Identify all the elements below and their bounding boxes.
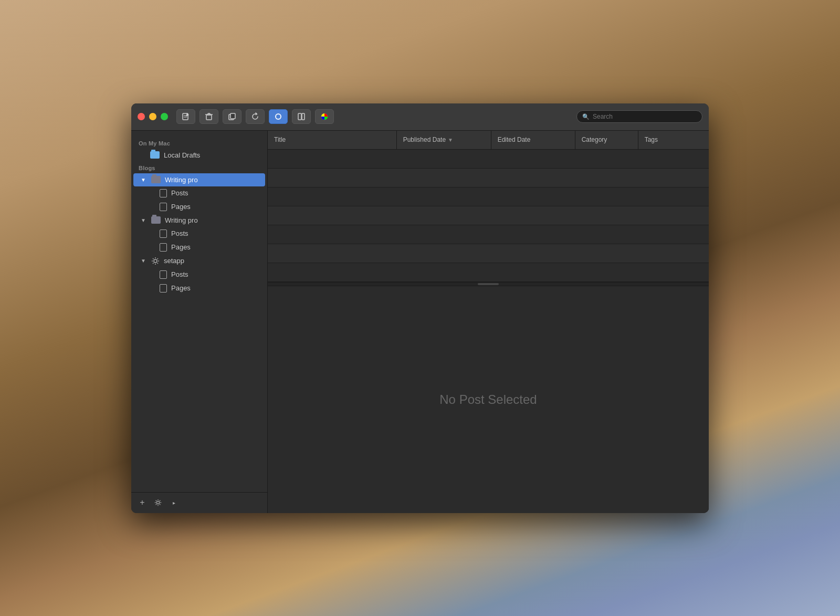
sidebar: On My Mac Local Drafts Blogs ▼ Writing p… [131,131,268,513]
posts-3-label: Posts [171,270,258,278]
sidebar-item-writing-pro-2[interactable]: ▼ Writing pro [133,214,265,227]
doc-icon-4 [160,270,167,279]
minimize-button[interactable] [149,113,156,120]
table-row[interactable] [268,225,709,244]
search-bar[interactable]: 🔍 [576,110,702,123]
add-button[interactable]: + [135,497,149,508]
section-label-on-my-mac: On My Mac [131,137,267,149]
resize-handle[interactable] [478,283,499,285]
section-label-blogs: Blogs [131,162,267,173]
svg-rect-3 [206,115,212,120]
refresh-button[interactable] [246,109,265,124]
no-post-label: No Post Selected [439,392,537,407]
pages-1-label: Pages [171,203,258,211]
sidebar-item-posts-1[interactable]: Posts [133,186,265,200]
writing-pro-1-label: Writing pro [165,176,258,184]
delete-button[interactable] [200,109,218,124]
table-row[interactable] [268,150,709,169]
doc-icon-3 [160,243,167,252]
table-header: Title Published Date ▼ Edited Date Categ… [268,131,709,150]
col-tags[interactable]: Tags [638,131,709,149]
doc-icon [160,203,167,211]
writing-pro-2-label: Writing pro [165,216,258,224]
traffic-lights [138,113,168,120]
col-published-date[interactable]: Published Date ▼ [397,131,491,149]
app-window: 🔍 On My Mac Local Drafts Blogs ▼ W [131,103,709,513]
gear-settings-button[interactable] [151,497,165,508]
setapp-label: setapp [164,257,258,265]
sidebar-item-pages-1[interactable]: Pages [133,200,265,214]
panel-divider [268,282,709,286]
right-panel: Title Published Date ▼ Edited Date Categ… [268,131,709,513]
pages-3-label: Pages [171,284,258,292]
folder-dark-icon [151,176,161,183]
close-button[interactable] [138,113,145,120]
table-row[interactable] [268,206,709,225]
sidebar-item-posts-3[interactable]: Posts [133,268,265,281]
table-row[interactable] [268,187,709,206]
gear-icon [151,257,160,265]
titlebar: 🔍 [131,103,709,131]
col-category[interactable]: Category [575,131,638,149]
svg-rect-9 [230,113,235,119]
table-row[interactable] [268,169,709,187]
table-row[interactable] [268,244,709,263]
chevron-down-icon-3: ▼ [141,258,147,264]
search-input[interactable] [593,113,697,120]
col-title[interactable]: Title [268,131,397,149]
svg-point-16 [156,501,159,504]
sort-arrow-icon: ▼ [448,137,453,143]
doc-icon [160,189,167,197]
sidebar-item-pages-2[interactable]: Pages [133,241,265,254]
svg-rect-13 [302,113,304,120]
table-row[interactable] [268,263,709,282]
sidebar-item-local-drafts[interactable]: Local Drafts [133,149,265,162]
layout-button[interactable] [292,109,311,124]
maximize-button[interactable] [161,113,168,120]
col-edited-date[interactable]: Edited Date [491,131,575,149]
posts-2-label: Posts [171,229,258,237]
arrow-button[interactable]: ▸ [167,497,181,508]
sidebar-item-writing-pro-1[interactable]: ▼ Writing pro [133,173,265,186]
folder-blue-icon [150,151,160,159]
main-content: On My Mac Local Drafts Blogs ▼ Writing p… [131,131,709,513]
local-drafts-label: Local Drafts [164,151,258,159]
sidebar-item-pages-3[interactable]: Pages [133,281,265,295]
preview-area: No Post Selected [268,286,709,513]
colors-button[interactable] [315,109,334,124]
chevron-down-icon-2: ▼ [141,217,147,223]
search-icon: 🔍 [582,113,590,120]
sidebar-item-setapp[interactable]: ▼ setapp [133,254,265,268]
svg-point-15 [154,259,157,263]
svg-rect-12 [298,113,301,120]
svg-point-11 [276,114,280,119]
compose-button[interactable] [176,109,195,124]
doc-icon-5 [160,284,167,293]
sidebar-content: On My Mac Local Drafts Blogs ▼ Writing p… [131,131,267,492]
chevron-down-icon: ▼ [141,177,147,183]
sidebar-item-posts-2[interactable]: Posts [133,227,265,241]
posts-1-label: Posts [171,189,258,197]
post-list [268,150,709,282]
bookmark-button[interactable] [269,109,288,124]
doc-icon-2 [160,229,167,238]
copy-button[interactable] [223,109,242,124]
pages-2-label: Pages [171,243,258,251]
folder-dark-icon-2 [151,216,161,224]
sidebar-footer: + ▸ [131,492,267,513]
